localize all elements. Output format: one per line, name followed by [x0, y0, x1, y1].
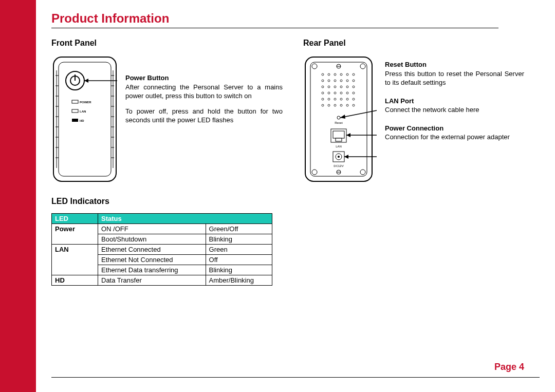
svg-point-39 [312, 64, 317, 69]
led-header-led: LED [52, 214, 98, 224]
page-number: Page 4 [494, 362, 524, 372]
svg-point-87 [338, 156, 340, 158]
svg-point-79 [337, 116, 340, 119]
led-indicators-table: LED Status Power ON /OFFGreen/Off Boot/S… [51, 213, 272, 286]
led-indicators-heading: LED Indicators [51, 197, 283, 206]
lan-port-callout: LAN Port Connect the network cable here [385, 97, 524, 115]
front-panel-illustration: POWER LAN HD [51, 55, 118, 183]
table-row: HD Data TransferAmber/Blinking [52, 275, 272, 286]
power-connection-title: Power Connection [385, 124, 524, 133]
svg-point-42 [360, 170, 365, 175]
page-accent-bar [0, 0, 36, 392]
svg-point-41 [312, 170, 317, 175]
power-button-desc-1: After connecting the Personal Server to … [125, 83, 283, 101]
power-connection-callout: Power Connection Connection for the exte… [385, 124, 524, 142]
svg-text:DC12V: DC12V [334, 164, 343, 167]
led-header-status: Status [98, 214, 272, 224]
svg-rect-83 [336, 138, 342, 141]
power-button-callout: Power Button After connecting the Person… [125, 73, 283, 125]
front-panel-heading: Front Panel [51, 39, 283, 48]
power-button-title: Power Button [125, 73, 283, 83]
svg-rect-82 [333, 131, 344, 138]
footer-underline [51, 377, 540, 378]
lan-port-desc: Connect the network cable here [385, 105, 524, 115]
rear-panel-illustration: Reset LAN DC12V [303, 55, 378, 183]
svg-text:HD: HD [80, 119, 84, 122]
svg-text:POWER: POWER [80, 101, 91, 104]
reset-button-title: Reset Button [385, 60, 524, 69]
reset-button-callout: Reset Button Press this button to reset … [385, 60, 524, 87]
svg-text:Reset: Reset [335, 121, 343, 124]
lan-port-title: LAN Port [385, 97, 524, 106]
svg-point-40 [360, 64, 365, 69]
reset-button-desc: Press this button to reset the Personal … [385, 69, 524, 87]
power-connection-desc: Connection for the external power adapte… [385, 133, 524, 142]
rear-panel-heading: Rear Panel [303, 39, 524, 48]
svg-rect-29 [72, 119, 78, 122]
svg-text:LAN: LAN [80, 110, 86, 113]
table-row: Power ON /OFFGreen/Off [52, 224, 272, 234]
title-underline [51, 28, 498, 28]
svg-text:LAN: LAN [336, 145, 342, 148]
power-button-desc-2: To power off, press and hold the button … [125, 107, 283, 125]
table-row: LAN Ethernet ConnectedGreen [52, 245, 272, 255]
page-title: Product Information [51, 11, 540, 26]
